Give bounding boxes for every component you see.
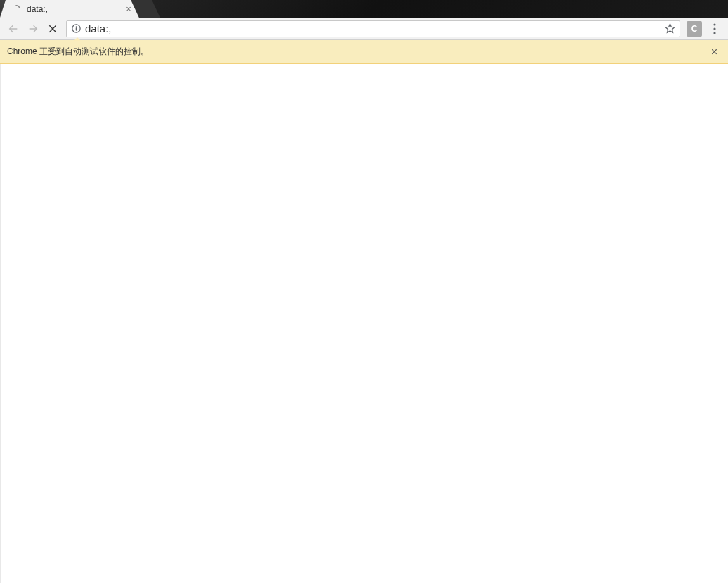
back-button[interactable] (4, 20, 22, 38)
browser-tab[interactable]: data:, × (0, 0, 141, 18)
svg-point-3 (713, 23, 715, 25)
url-input[interactable] (82, 23, 663, 34)
address-bar[interactable] (66, 20, 680, 37)
site-info-icon[interactable] (70, 23, 82, 35)
infobar-message: Chrome 正受到自动测试软件的控制。 (7, 46, 707, 58)
tab-strip: data:, × (0, 0, 728, 18)
extension-button[interactable]: C (687, 21, 702, 37)
svg-point-5 (713, 32, 715, 34)
tab-close-button[interactable]: × (124, 4, 134, 14)
page-content (0, 64, 728, 583)
bookmark-star-icon[interactable] (663, 22, 677, 36)
loading-spinner-icon (11, 4, 21, 14)
toolbar: C (0, 18, 728, 40)
tab-strip-background (141, 0, 728, 18)
tab-title: data:, (27, 4, 124, 14)
infobar-close-button[interactable] (707, 45, 721, 59)
forward-button[interactable] (24, 20, 42, 38)
svg-point-4 (713, 27, 715, 30)
automation-infobar: Chrome 正受到自动测试软件的控制。 (0, 40, 728, 64)
menu-button[interactable] (706, 20, 724, 38)
stop-button[interactable] (44, 20, 62, 38)
